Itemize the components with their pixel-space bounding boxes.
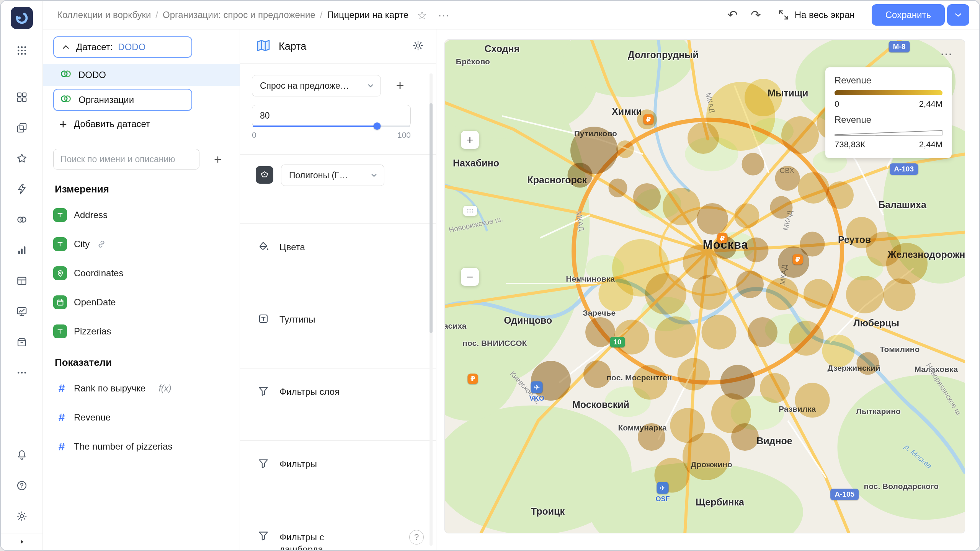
gear-icon[interactable] (11, 505, 33, 527)
dataset-rings-icon (59, 92, 72, 108)
opacity-fill (253, 126, 377, 127)
datasets-icon[interactable] (11, 209, 33, 230)
more-icon[interactable] (11, 362, 33, 383)
config-section-цвета[interactable]: Цвета (240, 224, 436, 296)
star-icon[interactable] (11, 148, 33, 169)
dimensions-title: Измерения (55, 183, 240, 195)
fullscreen-icon (778, 9, 789, 21)
field-name: Revenue (74, 412, 111, 423)
opacity-value: 80 (260, 111, 270, 121)
tooltip-icon (256, 313, 271, 324)
field-name: Coordinates (74, 268, 123, 279)
measure-field-revenue[interactable]: #Revenue (43, 403, 240, 432)
breadcrumb-item[interactable]: Коллекции и воркбуки (57, 10, 151, 20)
legend-size-min: 738,83К (835, 140, 865, 150)
dimension-field-address[interactable]: Address (43, 201, 240, 230)
more-actions-icon[interactable]: ⋯ (438, 8, 450, 22)
config-section-фильтры[interactable]: Фильтры (240, 441, 436, 513)
breadcrumb-item[interactable]: Организации: спрос и предложение (163, 10, 315, 20)
geotype-select[interactable]: Полигоны (Г… (281, 165, 384, 186)
map-more-icon[interactable]: ⋯ (940, 47, 953, 61)
save-button[interactable]: Сохранить (872, 4, 945, 26)
config-section-тултипы[interactable]: Тултипы (240, 296, 436, 368)
top-bar: Коллекции и воркбуки/Организации: спрос … (43, 1, 979, 29)
zoom-in-button[interactable]: + (461, 131, 479, 149)
dataset-value: DODO (118, 42, 145, 52)
chevron-down-icon (953, 10, 963, 20)
breadcrumb-item: Пиццерии на карте (327, 10, 409, 20)
geotype-select-value: Полигоны (Г… (289, 170, 369, 181)
fullscreen-label: На весь экран (795, 10, 855, 20)
dataset-item-label: Организации (78, 95, 134, 105)
add-field-button[interactable]: + (209, 152, 226, 167)
measures-title: Показатели (55, 357, 240, 368)
collapse-rail-button[interactable] (1, 533, 43, 550)
map-chart-icon (256, 38, 271, 55)
config-section-фильтры-с-дашборда[interactable]: Фильтры с дашборда? (240, 513, 436, 551)
add-dataset-button[interactable]: + Добавить датасет (59, 115, 240, 133)
fullscreen-button[interactable]: На весь экран (778, 9, 855, 21)
question-icon[interactable] (11, 475, 33, 496)
geolayer-polygons-icon (256, 166, 273, 184)
dataset-collapse-header[interactable]: Датасет: DODO (53, 36, 192, 58)
opacity-max-label: 100 (397, 130, 411, 140)
collections-icon[interactable] (11, 117, 33, 139)
dataset-item-dodo[interactable]: DODO (43, 64, 240, 86)
legend-color-title: Revenue (835, 75, 942, 86)
opacity-input[interactable]: 80 (252, 105, 411, 127)
hash-icon: # (56, 440, 67, 453)
app-window: Коллекции и воркбуки/Организации: спрос … (0, 0, 980, 551)
table-icon[interactable] (11, 270, 33, 292)
field-name: Pizzerias (74, 326, 111, 337)
opacity-slider[interactable] (253, 126, 410, 127)
measure-field-rank-по-выручке[interactable]: #Rank по выручкеf(x) (43, 374, 240, 403)
dimension-field-pizzerias[interactable]: Pizzerias (43, 317, 240, 346)
dimension-field-opendate[interactable]: OpenDate (43, 288, 240, 317)
measure-field-the-number-of-pizzerias[interactable]: #The number of pizzerias (43, 432, 240, 461)
dataset-item-label: DODO (78, 70, 106, 80)
dataset-rings-icon (59, 67, 72, 83)
chevron-up-icon (61, 42, 71, 52)
search-input[interactable] (53, 149, 199, 170)
dataset-item-organizations[interactable]: Организации (53, 89, 192, 111)
datalens-logo[interactable] (11, 7, 33, 29)
add-layer-button[interactable]: + (391, 78, 409, 94)
bolt-icon[interactable] (11, 178, 33, 200)
config-section-фильтры-слоя[interactable]: Фильтры слоя (240, 368, 436, 440)
legend-size-title: Revenue (835, 114, 942, 125)
apps-grid-icon[interactable] (11, 40, 33, 61)
monitor-icon[interactable] (11, 301, 33, 322)
field-date-icon (53, 295, 67, 309)
funnel-icon (256, 385, 271, 397)
hash-icon: # (56, 411, 67, 424)
zoom-drag-handle[interactable] (463, 206, 477, 216)
plus-icon: + (59, 117, 67, 130)
formula-icon: f(x) (158, 383, 171, 394)
undo-icon[interactable]: ↶ (727, 8, 738, 22)
opacity-slider-handle[interactable] (374, 122, 381, 130)
dimension-field-coordinates[interactable]: Coordinates (43, 259, 240, 288)
dimension-field-city[interactable]: City (43, 230, 240, 259)
favorite-star-icon[interactable]: ☆ (417, 8, 427, 22)
zoom-out-button[interactable]: − (461, 268, 479, 286)
map-canvas[interactable]: СходняБрёховоДолгопрудныйМытищиХимкиПути… (444, 39, 965, 533)
field-name: Rank по выручке (74, 383, 145, 394)
chart-icon[interactable] (11, 240, 33, 261)
redo-icon[interactable]: ↷ (751, 8, 761, 22)
layer-select[interactable]: Спрос на предложе… (252, 75, 381, 96)
save-dropdown-button[interactable] (947, 4, 969, 26)
bell-icon[interactable] (11, 444, 33, 466)
dataset-label: Датасет: (76, 42, 113, 52)
scrollbar-thumb[interactable] (430, 103, 433, 333)
chart-settings-gear-icon[interactable] (412, 40, 424, 53)
field-name: The number of pizzerias (74, 441, 172, 452)
help-icon[interactable]: ? (409, 530, 424, 544)
widgets-icon[interactable] (11, 86, 33, 108)
field-geo-icon (53, 266, 67, 280)
storage-icon[interactable] (11, 331, 33, 353)
divider (43, 141, 240, 141)
legend-size-max: 2,44M (919, 140, 942, 150)
breadcrumb: Коллекции и воркбуки/Организации: спрос … (57, 10, 408, 20)
breadcrumb-separator: / (320, 10, 323, 20)
field-text-icon (53, 237, 67, 251)
